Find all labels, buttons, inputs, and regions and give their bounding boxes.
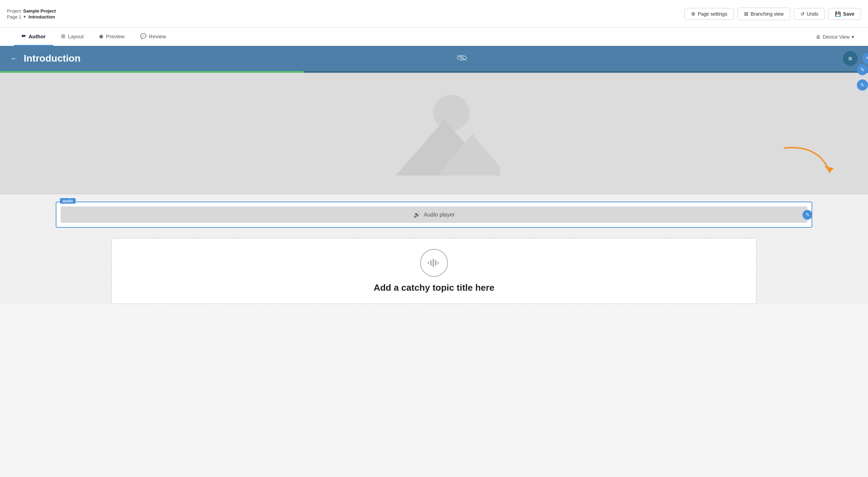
back-arrow-icon: ← (10, 54, 18, 63)
branching-view-button[interactable]: ⊞ Branching view (737, 8, 790, 20)
eye-icon: ◉ (99, 33, 103, 39)
audio-edit-button[interactable]: ✎ (803, 210, 812, 220)
pencil-icon: ✎ (860, 67, 865, 72)
back-button[interactable]: ← (10, 54, 18, 63)
page-header-left: ← Introduction (10, 53, 80, 64)
page-label: Page 1 ▼ (7, 14, 26, 19)
tabs: ✏ Author ⊞ Layout ◉ Preview 💬 Review (14, 28, 174, 46)
header-edit-button[interactable]: ✎ (862, 53, 868, 64)
chevron-down-icon: ▾ (852, 34, 854, 40)
image-placeholder (0, 73, 868, 195)
save-button[interactable]: 💾 Save (828, 8, 861, 20)
tab-review[interactable]: 💬 Review (132, 28, 174, 46)
project-name: Sample Project (23, 8, 56, 14)
page-title: Introduction (24, 53, 80, 64)
page-wrapper: ← Introduction ≡ ✎ (0, 46, 868, 304)
chevron-down-icon[interactable]: ▼ (23, 15, 26, 19)
top-bar: Project Sample Project Page 1 ▼ Introduc… (0, 0, 868, 28)
svg-rect-7 (430, 260, 432, 266)
tab-bar: ✏ Author ⊞ Layout ◉ Preview 💬 Review 🖥 D… (0, 28, 868, 46)
pencil-icon: ✏ (22, 33, 26, 39)
page-name: Introduction (29, 14, 55, 19)
page-header-right: ≡ (843, 51, 858, 66)
top-right-edit-button[interactable]: ✎ (857, 64, 868, 75)
device-view-selector[interactable]: 🖥 Device View ▾ (816, 34, 854, 40)
audio-player[interactable]: 🔊 Audio player ✎ (61, 206, 807, 223)
media-block: Add a catchy topic title here (111, 238, 757, 304)
tab-author[interactable]: ✏ Author (14, 28, 53, 46)
tab-layout[interactable]: ⊞ Layout (53, 28, 91, 46)
media-title: Add a catchy topic title here (374, 282, 495, 293)
accessibility-icon (456, 54, 467, 62)
page-header-center (456, 54, 467, 63)
undo-icon: ↺ (800, 11, 805, 17)
placeholder-image-svg (368, 85, 500, 182)
save-icon: 💾 (835, 11, 841, 17)
page-header: ← Introduction ≡ ✎ (0, 46, 868, 71)
grid-icon: ⊞ (61, 33, 65, 39)
monitor-icon: 🖥 (816, 34, 821, 40)
audio-component: audio 🔊 Audio player ✎ (56, 202, 812, 228)
svg-rect-6 (428, 262, 429, 264)
audio-tag: audio (60, 198, 76, 204)
gear-icon: ⚙ (691, 11, 696, 17)
content-area-edit-button[interactable]: ✎ (857, 79, 868, 91)
waveform-svg (428, 258, 440, 267)
svg-point-2 (433, 95, 470, 131)
volume-icon: 🔊 (413, 211, 420, 218)
svg-rect-8 (433, 259, 434, 267)
toolbar-actions: ⚙ Page settings ⊞ Branching view ↺ Undo … (684, 8, 861, 20)
undo-button[interactable]: ↺ Undo (794, 8, 825, 20)
pencil-icon: ✎ (866, 56, 868, 61)
chat-icon: 💬 (140, 33, 147, 39)
pencil-icon: ✎ (806, 212, 809, 217)
page-settings-button[interactable]: ⚙ Page settings (684, 8, 734, 20)
image-placeholder-area (0, 73, 868, 195)
menu-button[interactable]: ≡ (843, 51, 858, 66)
waveform-icon-circle (420, 249, 448, 277)
tab-preview[interactable]: ◉ Preview (91, 28, 132, 46)
pencil-icon: ✎ (860, 82, 865, 88)
menu-icon: ≡ (848, 55, 852, 62)
svg-rect-10 (437, 262, 439, 264)
audio-section-wrapper: audio 🔊 Audio player ✎ (0, 195, 868, 228)
breadcrumb: Project Sample Project Page 1 ▼ Introduc… (7, 8, 56, 19)
branch-icon: ⊞ (744, 11, 749, 17)
project-label: Project (7, 8, 21, 14)
svg-rect-9 (435, 260, 436, 266)
media-section-wrapper: Add a catchy topic title here (0, 228, 868, 304)
